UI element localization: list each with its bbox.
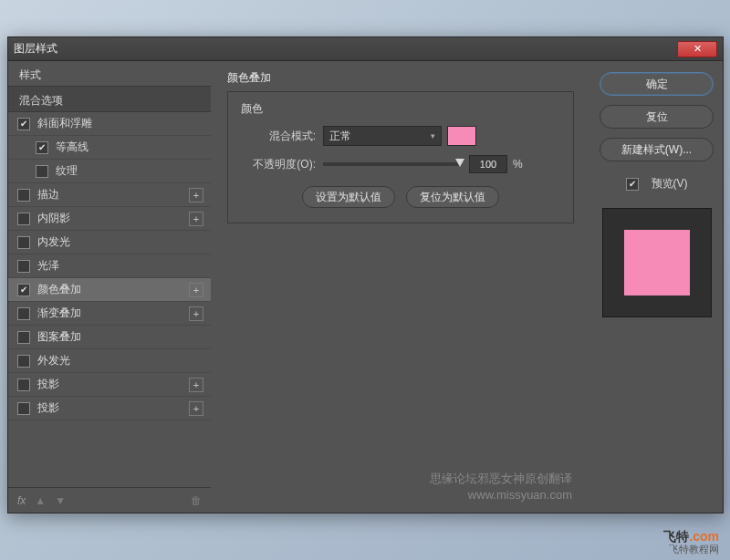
- blend-mode-select[interactable]: 正常 ▾: [323, 126, 442, 146]
- reset-default-button[interactable]: 复位为默认值: [406, 186, 499, 208]
- style-checkbox[interactable]: [17, 402, 30, 415]
- style-row-6[interactable]: 光泽: [8, 254, 211, 278]
- opacity-unit: %: [513, 158, 523, 171]
- titlebar[interactable]: 图层样式 ✕: [8, 37, 723, 61]
- style-row-0[interactable]: 斜面和浮雕: [8, 112, 211, 136]
- ok-button[interactable]: 确定: [600, 72, 714, 96]
- style-label: 光泽: [37, 258, 59, 274]
- style-checkbox[interactable]: [17, 331, 30, 344]
- style-row-8[interactable]: 渐变叠加+: [8, 302, 211, 326]
- style-label: 渐变叠加: [37, 306, 81, 321]
- style-checkbox[interactable]: [17, 189, 30, 202]
- style-checkbox[interactable]: [17, 379, 30, 391]
- style-checkbox[interactable]: [17, 355, 30, 368]
- style-row-3[interactable]: 描边+: [8, 183, 211, 207]
- watermark-line1: 思缘论坛邪恶女神原创翻译: [430, 471, 572, 487]
- style-label: 描边: [37, 187, 59, 202]
- style-label: 内阴影: [37, 211, 70, 226]
- style-row-11[interactable]: 投影+: [8, 373, 211, 397]
- style-label: 投影: [37, 377, 59, 392]
- style-checkbox[interactable]: [36, 165, 48, 178]
- style-checkbox[interactable]: [36, 141, 48, 154]
- add-effect-icon[interactable]: +: [189, 401, 203, 416]
- style-checkbox[interactable]: [17, 118, 30, 130]
- layer-style-dialog: 图层样式 ✕ 样式 混合选项 斜面和浮雕等高线纹理描边+内阴影+内发光光泽颜色叠…: [7, 36, 724, 513]
- watermark: 思缘论坛邪恶女神原创翻译 www.missyuan.com: [430, 471, 572, 503]
- add-effect-icon[interactable]: +: [189, 306, 203, 321]
- blend-mode-value: 正常: [329, 129, 351, 144]
- style-row-10[interactable]: 外发光: [8, 349, 211, 373]
- action-column: 确定 复位 新建样式(W)... 预览(V): [590, 61, 723, 513]
- new-style-button[interactable]: 新建样式(W)...: [600, 138, 714, 161]
- close-button[interactable]: ✕: [677, 41, 717, 57]
- style-row-9[interactable]: 图案叠加: [8, 326, 211, 349]
- preview-swatch: [624, 230, 690, 296]
- set-default-button[interactable]: 设置为默认值: [302, 186, 395, 208]
- preview-box: [602, 208, 712, 317]
- opacity-label: 不透明度(O):: [241, 157, 316, 172]
- arrow-down-icon[interactable]: ▼: [55, 494, 66, 507]
- blend-options-header[interactable]: 混合选项: [8, 87, 211, 112]
- fx-label[interactable]: fx: [17, 494, 26, 507]
- color-swatch[interactable]: [447, 126, 476, 146]
- style-row-12[interactable]: 投影+: [8, 397, 211, 420]
- style-row-1[interactable]: 等高线: [8, 136, 211, 160]
- add-effect-icon[interactable]: +: [189, 188, 203, 202]
- opacity-row: 不透明度(O): %: [241, 155, 560, 173]
- style-row-4[interactable]: 内阴影+: [8, 207, 211, 231]
- style-label: 内发光: [37, 234, 70, 250]
- settings-panel: 颜色叠加 颜色 混合模式: 正常 ▾ 不透明度(O):: [211, 61, 590, 513]
- add-effect-icon[interactable]: +: [189, 283, 203, 297]
- add-effect-icon[interactable]: +: [189, 212, 203, 226]
- style-label: 颜色叠加: [37, 282, 81, 297]
- arrow-up-icon[interactable]: ▲: [35, 494, 46, 507]
- style-row-2[interactable]: 纹理: [8, 160, 211, 183]
- style-checkbox[interactable]: [17, 307, 30, 320]
- panel-title: 颜色叠加: [227, 70, 574, 86]
- style-checkbox[interactable]: [17, 284, 30, 296]
- style-checkbox[interactable]: [17, 260, 30, 273]
- preview-label: 预览(V): [652, 176, 688, 192]
- trash-icon[interactable]: 🗑: [191, 494, 202, 507]
- sidebar-footer: fx ▲ ▼ 🗑: [8, 487, 211, 513]
- blend-mode-label: 混合模式:: [241, 129, 316, 144]
- cancel-button[interactable]: 复位: [600, 105, 714, 129]
- style-list: 斜面和浮雕等高线纹理描边+内阴影+内发光光泽颜色叠加+渐变叠加+图案叠加外发光投…: [8, 112, 211, 487]
- style-checkbox[interactable]: [17, 213, 30, 225]
- slider-thumb-icon[interactable]: [455, 159, 464, 167]
- style-label: 外发光: [37, 353, 70, 368]
- preview-toggle-row[interactable]: 预览(V): [600, 176, 714, 192]
- style-label: 斜面和浮雕: [37, 116, 92, 131]
- panel-box: 颜色 混合模式: 正常 ▾ 不透明度(O): %: [227, 91, 574, 223]
- opacity-input[interactable]: [469, 155, 507, 173]
- site-logo: 飞特.com 飞特教程网: [663, 530, 719, 555]
- blend-mode-row: 混合模式: 正常 ▾: [241, 126, 560, 146]
- styles-header[interactable]: 样式: [8, 61, 211, 87]
- panel-subtitle: 颜色: [241, 101, 560, 117]
- dialog-title: 图层样式: [14, 41, 677, 57]
- style-row-5[interactable]: 内发光: [8, 231, 211, 254]
- styles-sidebar: 样式 混合选项 斜面和浮雕等高线纹理描边+内阴影+内发光光泽颜色叠加+渐变叠加+…: [8, 61, 211, 513]
- chevron-down-icon: ▾: [431, 131, 435, 140]
- style-label: 等高线: [56, 140, 89, 155]
- style-row-7[interactable]: 颜色叠加+: [8, 278, 211, 302]
- style-label: 图案叠加: [37, 329, 81, 345]
- style-label: 投影: [37, 400, 59, 416]
- style-label: 纹理: [56, 163, 78, 179]
- opacity-slider[interactable]: [323, 162, 460, 166]
- style-checkbox[interactable]: [17, 236, 30, 249]
- watermark-line2: www.missyuan.com: [430, 487, 572, 503]
- preview-checkbox[interactable]: [626, 178, 639, 191]
- add-effect-icon[interactable]: +: [189, 378, 203, 392]
